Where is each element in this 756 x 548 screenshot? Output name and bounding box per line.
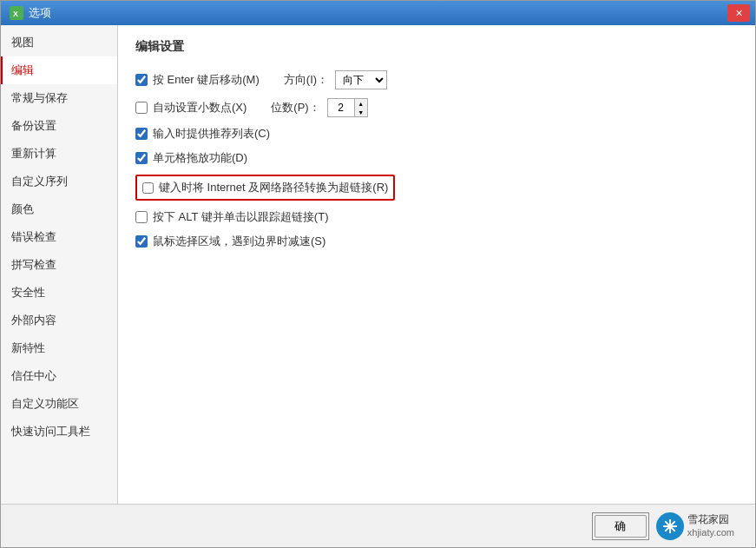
- sidebar-item-recalculate[interactable]: 重新计算: [1, 140, 117, 168]
- direction-row: 方向(I)： 向下 向上 向左 向右: [284, 70, 387, 89]
- options-window: X 选项 ✕ 视图 编辑 常规与保存 备份设置 重新计算: [0, 0, 756, 548]
- checkbox-cell-drag-input[interactable]: [135, 152, 148, 164]
- sidebar-item-custom-ribbon[interactable]: 自定义功能区: [1, 390, 117, 418]
- checkbox-auto-decimal[interactable]: 自动设置小数点(X): [135, 100, 247, 116]
- checkbox-suggest-list[interactable]: 输入时提供推荐列表(C): [135, 126, 270, 142]
- sidebar-item-quick-access[interactable]: 快速访问工具栏: [1, 418, 117, 446]
- label-alt-click: 按下 ALT 键并单击以跟踪超链接(T): [153, 209, 328, 225]
- sidebar-item-new-features[interactable]: 新特性: [1, 334, 117, 362]
- footer: 确 雪花家园 xhjiaty.com: [1, 504, 755, 547]
- checkbox-mouse-decelerate-input[interactable]: [135, 235, 148, 248]
- setting-row-mouse-decelerate: 鼠标选择区域，遇到边界时减速(S): [135, 234, 738, 249]
- brand-name: 雪花家园: [687, 513, 734, 527]
- label-cell-drag: 单元格拖放功能(D): [153, 150, 247, 166]
- main-content: 编辑设置 按 Enter 键后移动(M) 方向(I)： 向下 向上 向左: [118, 25, 755, 504]
- digits-label: 位数(P)：: [271, 100, 319, 116]
- brand-text: 雪花家园 xhjiaty.com: [687, 513, 734, 539]
- title-bar: X 选项 ✕: [1, 1, 755, 25]
- sidebar-item-edit[interactable]: 编辑: [1, 56, 117, 84]
- brand-icon: [656, 512, 684, 540]
- settings-group: 按 Enter 键后移动(M) 方向(I)： 向下 向上 向左 向右: [135, 70, 738, 249]
- label-hyperlink: 键入时将 Internet 及网络路径转换为超链接(R): [159, 180, 388, 195]
- sidebar: 视图 编辑 常规与保存 备份设置 重新计算 自定义序列 颜色 错误检查: [1, 25, 118, 504]
- digits-spinbox: ▲ ▼: [327, 98, 368, 117]
- close-button[interactable]: ✕: [727, 4, 750, 22]
- sidebar-item-error-check[interactable]: 错误检查: [1, 223, 117, 251]
- svg-text:X: X: [13, 10, 18, 18]
- setting-row-alt-click: 按下 ALT 键并单击以跟踪超链接(T): [135, 209, 738, 225]
- sidebar-item-security[interactable]: 安全性: [1, 279, 117, 307]
- spinbox-down-button[interactable]: ▼: [355, 108, 367, 116]
- window-controls: ✕: [727, 4, 750, 22]
- label-enter-move: 按 Enter 键后移动(M): [153, 72, 260, 88]
- brand-logo: 雪花家园 xhjiaty.com: [656, 512, 734, 540]
- checkbox-alt-click-input[interactable]: [135, 211, 148, 223]
- sidebar-item-spell-check[interactable]: 拼写检查: [1, 251, 117, 279]
- label-mouse-decelerate: 鼠标选择区域，遇到边界时减速(S): [153, 234, 325, 249]
- checkbox-cell-drag[interactable]: 单元格拖放功能(D): [135, 150, 247, 166]
- setting-row-hyperlink: 键入时将 Internet 及网络路径转换为超链接(R): [135, 175, 738, 201]
- sidebar-item-view[interactable]: 视图: [1, 29, 117, 56]
- checkbox-enter-move-input[interactable]: [135, 74, 148, 86]
- setting-row-cell-drag: 单元格拖放功能(D): [135, 150, 738, 166]
- sidebar-item-general-save[interactable]: 常规与保存: [1, 84, 117, 112]
- checkbox-auto-decimal-input[interactable]: [135, 102, 148, 114]
- sidebar-item-external[interactable]: 外部内容: [1, 307, 117, 334]
- checkbox-alt-click[interactable]: 按下 ALT 键并单击以跟踪超链接(T): [135, 209, 328, 225]
- section-title: 编辑设置: [135, 39, 738, 58]
- window-body: 视图 编辑 常规与保存 备份设置 重新计算 自定义序列 颜色 错误检查: [1, 25, 755, 504]
- sidebar-item-color[interactable]: 颜色: [1, 195, 117, 223]
- checkbox-enter-move[interactable]: 按 Enter 键后移动(M): [135, 72, 260, 88]
- confirm-btn-area: 确: [592, 512, 649, 540]
- direction-label: 方向(I)：: [284, 72, 328, 88]
- setting-row-suggest-list: 输入时提供推荐列表(C): [135, 126, 738, 142]
- digits-input[interactable]: [328, 99, 354, 116]
- sidebar-item-custom-seq[interactable]: 自定义序列: [1, 168, 117, 195]
- footer-right: 确 雪花家园 xhjiaty.com: [592, 512, 741, 540]
- direction-select[interactable]: 向下 向上 向左 向右: [335, 70, 387, 89]
- checkbox-suggest-list-input[interactable]: [135, 128, 148, 140]
- sidebar-item-trust-center[interactable]: 信任中心: [1, 362, 117, 390]
- spinbox-up-button[interactable]: ▲: [355, 99, 367, 108]
- label-suggest-list: 输入时提供推荐列表(C): [153, 126, 270, 142]
- window-title: 选项: [29, 5, 51, 21]
- app-icon: X: [10, 6, 23, 20]
- confirm-button[interactable]: 确: [595, 515, 647, 538]
- checkbox-hyperlink-input[interactable]: [142, 182, 154, 194]
- sidebar-item-backup[interactable]: 备份设置: [1, 112, 117, 140]
- label-auto-decimal: 自动设置小数点(X): [153, 100, 247, 116]
- highlighted-hyperlink-row: 键入时将 Internet 及网络路径转换为超链接(R): [135, 175, 395, 201]
- digits-row: 位数(P)： ▲ ▼: [271, 98, 367, 117]
- setting-row-enter-move: 按 Enter 键后移动(M) 方向(I)： 向下 向上 向左 向右: [135, 70, 738, 89]
- brand-sub: xhjiaty.com: [687, 526, 734, 538]
- checkbox-mouse-decelerate[interactable]: 鼠标选择区域，遇到边界时减速(S): [135, 234, 325, 249]
- setting-row-auto-decimal: 自动设置小数点(X) 位数(P)： ▲ ▼: [135, 98, 738, 117]
